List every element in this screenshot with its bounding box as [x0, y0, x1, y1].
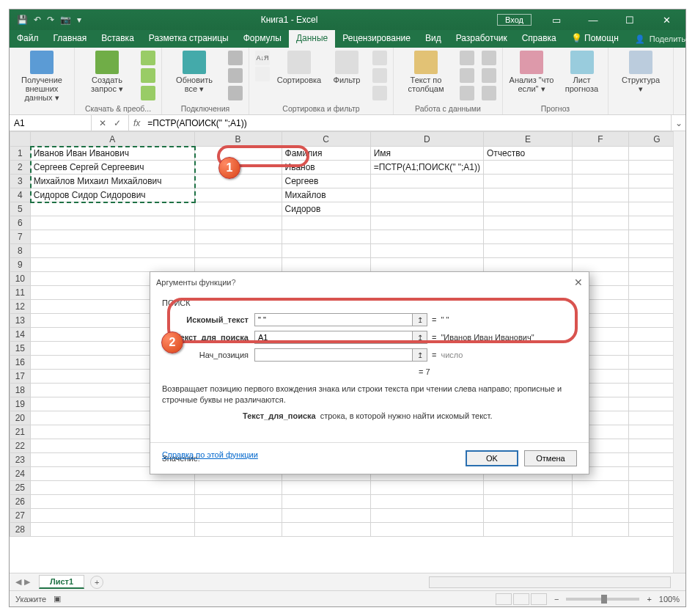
cell[interactable]: Сидоров Сидор Сидорович — [30, 188, 194, 202]
row-header[interactable]: 21 — [10, 425, 31, 439]
cell[interactable] — [194, 509, 282, 523]
row-header[interactable]: 23 — [10, 453, 31, 467]
connections-button[interactable] — [228, 51, 243, 65]
consolidate-button[interactable] — [482, 51, 496, 65]
cell[interactable] — [573, 495, 629, 509]
cell[interactable]: Имя — [370, 147, 483, 161]
cell[interactable] — [282, 244, 370, 258]
ribbon-display-icon[interactable]: ▭ — [540, 12, 573, 27]
formula-input[interactable]: =ПСТР(AПОИСК(" ";A1)) — [144, 118, 671, 128]
cell[interactable]: Отчество — [484, 147, 573, 161]
cell[interactable] — [194, 258, 282, 272]
edit-links-button[interactable] — [228, 86, 243, 100]
tab-review[interactable]: Рецензирование — [335, 30, 418, 48]
insert-function-button[interactable]: fx — [129, 118, 144, 128]
sheet-nav-next-icon[interactable]: ▶ — [24, 577, 30, 587]
tab-page-layout[interactable]: Разметка страницы — [141, 30, 236, 48]
dialog-titlebar[interactable]: Аргументы функции ? ✕ — [150, 272, 589, 293]
cell[interactable] — [370, 495, 483, 509]
tab-insert[interactable]: Вставка — [94, 30, 141, 48]
row-header[interactable]: 19 — [10, 397, 31, 411]
login-button[interactable]: Вход — [497, 14, 532, 26]
zoom-slider[interactable] — [566, 598, 639, 601]
accept-edit-icon[interactable]: ✓ — [114, 118, 121, 128]
row-header[interactable]: 8 — [10, 244, 31, 258]
tab-help[interactable]: Справка — [515, 30, 564, 48]
cell[interactable] — [484, 481, 573, 495]
advanced-filter-button[interactable] — [372, 86, 387, 100]
row-header[interactable]: 14 — [10, 328, 31, 342]
cell[interactable] — [194, 523, 282, 537]
col-header[interactable]: C — [282, 132, 370, 147]
get-external-data-button[interactable]: Получение внешних данных ▾ — [15, 51, 68, 102]
tab-developer[interactable]: Разработчик — [449, 30, 515, 48]
row-header[interactable]: 4 — [10, 188, 31, 202]
maximize-button[interactable]: ☐ — [614, 12, 646, 27]
cell[interactable] — [573, 161, 629, 175]
arg2-range-picker-icon[interactable]: ↥ — [413, 331, 427, 344]
row-header[interactable]: 1 — [10, 147, 31, 161]
reapply-button[interactable] — [372, 68, 387, 83]
arg1-input[interactable] — [254, 313, 413, 326]
cell[interactable] — [370, 230, 483, 244]
row-header[interactable]: 12 — [10, 300, 31, 314]
cell[interactable] — [30, 523, 194, 537]
cell[interactable]: Иванов Иван Иванович — [30, 147, 194, 161]
horizontal-scrollbar[interactable] — [429, 576, 671, 588]
tab-data[interactable]: Данные — [289, 30, 335, 48]
sheet-tab[interactable]: Лист1 — [39, 575, 84, 589]
sort-button[interactable]: Сортировка — [277, 51, 321, 84]
what-if-button[interactable]: Анализ "что если" ▾ — [509, 51, 554, 93]
qat-dropdown-icon[interactable]: ▾ — [77, 15, 81, 25]
col-header[interactable]: B — [194, 132, 282, 147]
cell[interactable] — [30, 230, 194, 244]
cell[interactable] — [484, 244, 573, 258]
cell[interactable] — [484, 161, 573, 175]
cell[interactable]: Сергеев — [282, 175, 370, 188]
cell[interactable] — [370, 202, 483, 216]
arg3-input[interactable] — [254, 348, 413, 362]
cell[interactable] — [370, 244, 483, 258]
cell[interactable] — [573, 216, 629, 230]
cancel-edit-icon[interactable]: ✕ — [99, 118, 106, 128]
zoom-in-icon[interactable]: + — [647, 595, 651, 604]
col-header[interactable]: D — [370, 132, 483, 147]
row-header[interactable]: 10 — [10, 272, 31, 286]
new-query-button[interactable]: Создать запрос ▾ — [81, 51, 133, 93]
cell[interactable]: Михайлов — [282, 188, 370, 202]
sort-za-icon[interactable] — [255, 67, 270, 81]
tab-home[interactable]: Главная — [46, 30, 95, 48]
cell[interactable] — [484, 216, 573, 230]
cell[interactable] — [30, 509, 194, 523]
cell[interactable] — [194, 244, 282, 258]
row-header[interactable]: 7 — [10, 230, 31, 244]
share-button[interactable]: 👤 Поделиться — [626, 30, 695, 48]
cell[interactable] — [484, 509, 573, 523]
row-header[interactable]: 2 — [10, 161, 31, 175]
cell[interactable] — [573, 244, 629, 258]
row-header[interactable]: 13 — [10, 314, 31, 328]
cell[interactable] — [194, 495, 282, 509]
row-header[interactable]: 11 — [10, 286, 31, 300]
ok-button[interactable]: OK — [466, 450, 518, 466]
row-header[interactable]: 6 — [10, 216, 31, 230]
row-header[interactable]: 17 — [10, 370, 31, 384]
view-normal-icon[interactable] — [496, 593, 512, 605]
show-queries-button[interactable] — [141, 51, 155, 65]
sort-az-icon[interactable]: А↓Я — [255, 51, 270, 65]
tab-formulas[interactable]: Формулы — [236, 30, 289, 48]
cell[interactable] — [370, 509, 483, 523]
flash-fill-button[interactable] — [460, 51, 474, 65]
row-header[interactable]: 25 — [10, 481, 31, 495]
manage-data-model-button[interactable] — [482, 86, 496, 100]
row-header[interactable]: 3 — [10, 175, 31, 188]
view-page-break-icon[interactable] — [531, 593, 547, 605]
cell[interactable] — [484, 202, 573, 216]
cell[interactable] — [484, 495, 573, 509]
arg1-range-picker-icon[interactable]: ↥ — [413, 313, 427, 326]
cell[interactable]: =ПСТР(A1;ПОИСК(" ";A1)) — [370, 161, 483, 175]
data-validation-button[interactable] — [460, 86, 474, 100]
from-table-button[interactable] — [141, 68, 155, 83]
refresh-all-button[interactable]: Обновить все ▾ — [168, 51, 221, 93]
cell[interactable] — [282, 216, 370, 230]
